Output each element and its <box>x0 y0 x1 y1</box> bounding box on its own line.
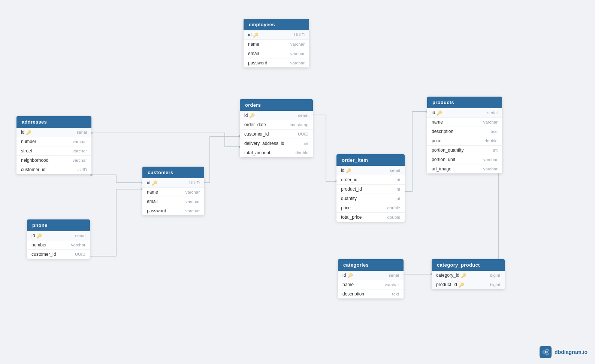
field-type: double <box>295 151 308 155</box>
field-name: id 🔑 <box>342 273 352 278</box>
table-categories[interactable]: categories id 🔑 serial name varchar desc… <box>338 259 404 298</box>
field-type: varchar <box>385 282 399 287</box>
table-category-product[interactable]: category_product category_id 🔑 bigint pr… <box>432 259 505 289</box>
field-type: double <box>387 215 400 219</box>
field-name: category_id 🔑 <box>436 273 465 278</box>
svg-point-4 <box>90 174 93 176</box>
table-row: total_price double <box>336 213 405 222</box>
field-name: name <box>147 189 158 195</box>
table-employees[interactable]: employees id 🔑 UUID name varchar email v… <box>244 19 309 67</box>
field-type: int <box>396 187 400 191</box>
field-type: serial <box>487 110 498 115</box>
field-name: customer_id <box>244 131 269 137</box>
table-row: product_id int <box>336 185 405 194</box>
field-name: portion_quantity <box>432 148 463 153</box>
field-name: portion_unit <box>432 157 455 162</box>
key-icon: 🔑 <box>26 130 30 134</box>
table-orders[interactable]: orders id 🔑 serial order_date timestamp … <box>240 99 313 157</box>
table-row: customer_id UUID <box>16 165 91 174</box>
table-row: id 🔑 UUID <box>244 30 309 40</box>
field-type: double <box>387 206 400 210</box>
field-name: product_id <box>341 186 362 192</box>
key-icon: 🔑 <box>437 110 441 115</box>
field-name: description <box>432 129 453 134</box>
field-type: varchar <box>290 42 305 46</box>
table-row: url_image varchar <box>427 164 502 173</box>
field-type: varchar <box>185 209 200 213</box>
table-row: id 🔑 serial <box>336 166 405 175</box>
table-header-orders: orders <box>240 99 313 111</box>
field-type: UUID <box>75 252 85 257</box>
table-row: id 🔑 UUID <box>142 178 204 188</box>
table-row: number varchar <box>27 240 90 250</box>
table-row: order_id int <box>336 175 405 185</box>
logo-icon <box>540 346 552 358</box>
svg-line-20 <box>545 352 546 354</box>
field-name: id 🔑 <box>248 32 257 37</box>
table-header-products: products <box>427 97 502 108</box>
table-row: description text <box>338 289 404 298</box>
key-icon: 🔑 <box>152 181 156 185</box>
field-name: street <box>21 148 32 154</box>
field-type: varchar <box>290 61 305 65</box>
field-type: int <box>304 141 308 146</box>
table-row: id 🔑 serial <box>240 111 313 120</box>
key-icon: 🔑 <box>36 233 41 238</box>
field-type: double <box>484 139 498 143</box>
field-type: varchar <box>483 167 498 171</box>
field-type: int <box>396 196 400 201</box>
field-name: name <box>248 42 259 47</box>
field-type: timestamp <box>289 122 308 127</box>
field-name: email <box>147 199 158 204</box>
table-header-employees: employees <box>244 19 309 30</box>
field-name: url_image <box>432 166 451 172</box>
table-row: product_id 🔑 bigint <box>432 280 505 289</box>
field-type: varchar <box>73 139 87 144</box>
field-type: varchar <box>185 190 200 194</box>
table-row: name varchar <box>142 188 204 197</box>
table-row: password varchar <box>244 58 309 67</box>
field-type: int <box>493 148 498 152</box>
key-icon: 🔑 <box>347 273 352 277</box>
field-name: id 🔑 <box>31 233 41 238</box>
field-type: varchar <box>290 51 305 56</box>
table-row: category_id 🔑 bigint <box>432 271 505 280</box>
field-type: serial <box>75 233 85 238</box>
table-header-customers: customers <box>142 167 204 178</box>
table-header-category-product: category_product <box>432 259 505 271</box>
field-type: varchar <box>73 149 87 153</box>
table-row: id 🔑 serial <box>27 231 90 240</box>
field-name: password <box>248 60 267 66</box>
field-name: id 🔑 <box>432 110 441 115</box>
field-name: id 🔑 <box>244 113 254 118</box>
field-type: varchar <box>185 199 200 204</box>
table-row: portion_unit varchar <box>427 155 502 164</box>
table-row: street varchar <box>16 146 91 156</box>
field-name: name <box>432 119 443 125</box>
field-type: bigint <box>490 273 501 277</box>
field-name: total_amount <box>244 150 270 155</box>
table-order-item[interactable]: order_item id 🔑 serial order_id int prod… <box>336 154 405 222</box>
table-header-categories: categories <box>338 259 404 271</box>
field-name: price <box>341 205 351 210</box>
field-name: quantity <box>341 196 357 201</box>
field-name: id 🔑 <box>147 180 156 185</box>
field-name: delivery_address_id <box>244 141 284 146</box>
table-row: id 🔑 serial <box>427 108 502 118</box>
field-type: UUID <box>189 181 200 185</box>
table-phone[interactable]: phone id 🔑 serial number varchar custome… <box>27 219 90 259</box>
table-customers[interactable]: customers id 🔑 UUID name varchar email v… <box>142 167 204 215</box>
table-row: name varchar <box>338 280 404 289</box>
field-type: UUID <box>298 132 308 136</box>
field-name: total_price <box>341 215 362 220</box>
key-icon: 🔑 <box>253 33 257 37</box>
field-name: product_id 🔑 <box>436 282 463 287</box>
table-row: total_amount double <box>240 148 313 157</box>
table-products[interactable]: products id 🔑 serial name varchar descri… <box>427 97 502 173</box>
table-header-order-item: order_item <box>336 154 405 166</box>
table-addresses[interactable]: addresses id 🔑 serial number varchar str… <box>16 116 91 174</box>
field-type: serial <box>298 113 308 118</box>
field-name: customer_id <box>21 167 45 172</box>
svg-point-16 <box>543 351 545 353</box>
field-type: serial <box>77 130 87 134</box>
